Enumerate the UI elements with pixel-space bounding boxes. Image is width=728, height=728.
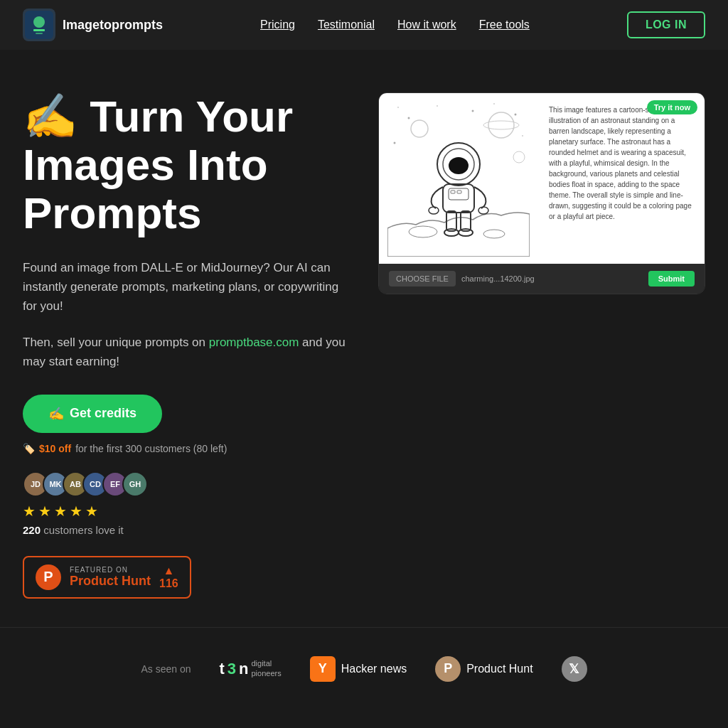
title-icon: ✍️ bbox=[23, 92, 90, 141]
navbar: Imagetoprompts Pricing Testimonial How i… bbox=[0, 0, 728, 50]
hero-description: Found an image from DALL-E or MidJourney… bbox=[23, 258, 350, 316]
customers-count: 220 bbox=[23, 524, 41, 536]
ph-logo: P bbox=[36, 564, 61, 590]
hn-logo: Y bbox=[310, 656, 336, 682]
stars-row: ★ ★ ★ ★ ★ bbox=[23, 503, 350, 520]
hero-left: ✍️ Turn Your Images Into Prompts Found a… bbox=[23, 92, 350, 599]
svg-point-1 bbox=[33, 16, 45, 28]
hero-right: Try it now bbox=[378, 92, 705, 294]
svg-point-7 bbox=[437, 105, 438, 107]
nav-link-free-tools[interactable]: Free tools bbox=[479, 18, 530, 31]
nav-link-testimonial[interactable]: Testimonial bbox=[318, 18, 375, 31]
ph-badge-text: FEATURED ON Product Hunt bbox=[70, 566, 151, 589]
tn-n: n bbox=[239, 660, 248, 678]
tn-subtitle: digitalpioneers bbox=[252, 659, 282, 678]
press-tn[interactable]: t 3 n digitalpioneers bbox=[219, 659, 281, 678]
ph-name: Product Hunt bbox=[70, 574, 151, 589]
svg-rect-2 bbox=[33, 29, 45, 31]
nav-link-how-it-work[interactable]: How it work bbox=[397, 18, 456, 31]
star-4: ★ bbox=[70, 503, 82, 520]
discount-text: for the first 300 customers (80 left) bbox=[75, 443, 227, 454]
demo-description: This image features a cartoon-style illu… bbox=[549, 105, 693, 222]
logo-icon bbox=[23, 9, 55, 41]
file-name: charming...14200.jpg bbox=[461, 274, 535, 283]
ph-featured-label: FEATURED ON bbox=[70, 566, 151, 574]
press-hn[interactable]: Y Hacker news bbox=[310, 656, 407, 682]
svg-point-12 bbox=[393, 142, 395, 144]
cta-label: Get credits bbox=[70, 406, 136, 421]
choose-file-button[interactable]: CHOOSE FILE bbox=[389, 271, 456, 287]
demo-card-inner: This image features a cartoon-style illu… bbox=[379, 93, 705, 264]
get-credits-button[interactable]: ✍️ Get credits bbox=[23, 395, 162, 433]
demo-image-area bbox=[379, 93, 537, 264]
desc2-prefix: Then, sell your unique prompts on bbox=[23, 336, 209, 349]
nav-logo[interactable]: Imagetoprompts bbox=[23, 9, 163, 41]
svg-point-10 bbox=[514, 114, 516, 116]
svg-point-11 bbox=[522, 135, 523, 136]
avatars-row: JD MK AB CD EF GH bbox=[23, 471, 350, 497]
customers-suffix: customers love it bbox=[41, 524, 124, 536]
ph-press-text: Product Hunt bbox=[466, 663, 532, 675]
as-seen-label: As seen on bbox=[141, 663, 191, 675]
star-5: ★ bbox=[85, 503, 98, 520]
discount-badge: 🏷️ $10 off for the first 300 customers (… bbox=[23, 443, 350, 454]
hero-title: ✍️ Turn Your Images Into Prompts bbox=[23, 92, 350, 238]
discount-icon: 🏷️ bbox=[23, 443, 35, 454]
x-logo: 𝕏 bbox=[562, 656, 587, 682]
hn-text: Hacker news bbox=[341, 663, 407, 675]
hero-section: ✍️ Turn Your Images Into Prompts Found a… bbox=[0, 50, 728, 627]
star-1: ★ bbox=[23, 503, 36, 520]
login-button[interactable]: LOG IN bbox=[627, 11, 705, 38]
logo-text: Imagetoprompts bbox=[63, 18, 163, 33]
as-seen-on-section: As seen on t 3 n digitalpioneers Y Hacke… bbox=[0, 627, 728, 710]
cta-icon: ✍️ bbox=[48, 406, 64, 422]
try-badge: Try it now bbox=[647, 100, 697, 114]
tn-3: 3 bbox=[228, 660, 236, 678]
demo-footer: CHOOSE FILE charming...14200.jpg Submit bbox=[379, 264, 705, 294]
svg-point-9 bbox=[493, 103, 495, 105]
customer-avatars: JD MK AB CD EF GH bbox=[23, 471, 148, 497]
svg-point-6 bbox=[407, 117, 410, 119]
astronaut-svg bbox=[387, 100, 530, 257]
promptbase-link[interactable]: promptbase.com bbox=[209, 336, 299, 349]
nav-links: Pricing Testimonial How it work Free too… bbox=[260, 18, 530, 31]
press-x[interactable]: 𝕏 bbox=[562, 656, 587, 682]
tn-logo-text: t bbox=[219, 660, 224, 678]
svg-point-8 bbox=[471, 110, 473, 112]
customers-text: 220 customers love it bbox=[23, 524, 350, 536]
demo-text-area: This image features a cartoon-style illu… bbox=[537, 93, 705, 264]
svg-rect-3 bbox=[36, 33, 43, 34]
star-3: ★ bbox=[54, 503, 67, 520]
svg-point-21 bbox=[449, 157, 469, 174]
press-ph[interactable]: P Product Hunt bbox=[435, 656, 532, 682]
star-2: ★ bbox=[38, 503, 51, 520]
demo-card: Try it now bbox=[378, 92, 705, 294]
submit-button[interactable]: Submit bbox=[648, 271, 695, 287]
discount-amount: $10 off bbox=[39, 443, 71, 454]
product-hunt-badge[interactable]: P FEATURED ON Product Hunt ▲ 116 bbox=[23, 556, 191, 599]
vote-count: 116 bbox=[159, 577, 178, 590]
nav-link-pricing[interactable]: Pricing bbox=[260, 18, 295, 31]
upvote-icon: ▲ bbox=[163, 564, 174, 577]
svg-point-5 bbox=[397, 107, 399, 108]
avatar-6: GH bbox=[122, 471, 148, 497]
ph-votes: ▲ 116 bbox=[159, 564, 178, 590]
ph-small-logo: P bbox=[435, 656, 461, 682]
hero-description-2: Then, sell your unique prompts on prompt… bbox=[23, 333, 350, 371]
